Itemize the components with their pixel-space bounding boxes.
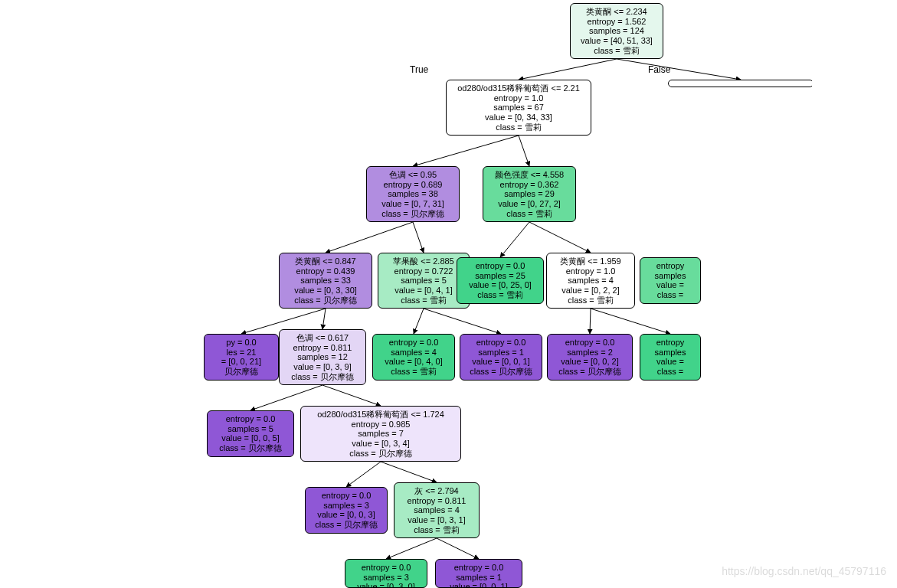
tree-node-line: class = 雪莉 (462, 290, 539, 300)
tree-node-line: entropy = 0.439 (284, 266, 367, 276)
tree-node-line: value = (645, 357, 696, 367)
tree-node-line: class = 雪莉 (378, 367, 450, 377)
tree-node-n12: entropy = 0.0samples = 2value = [0, 0, 2… (547, 334, 633, 381)
tree-node-line: class = 雪莉 (552, 296, 630, 305)
tree-node-nY: entropysamplesvalue =class = (640, 334, 701, 381)
svg-line-16 (346, 462, 381, 487)
tree-node-line: samples = 1 (440, 573, 517, 583)
tree-node-line: entropy = 0.811 (284, 343, 361, 353)
tree-node-line: entropy = 0.0 (212, 414, 289, 424)
edge-false-label: False (648, 64, 670, 75)
tree-node-line: py = 0.0 (209, 338, 273, 348)
tree-node-line: value = [0, 3, 9] (284, 362, 361, 372)
tree-node-line: entropy = 1.562 (575, 17, 658, 27)
tree-node-line: samples = 7 (306, 429, 456, 439)
tree-node-line: od280/od315稀释葡萄酒 <= 2.21 (451, 83, 586, 93)
tree-node-line: class = 贝尔摩德 (284, 296, 367, 305)
tree-node-line: 颜色强度 <= 4.558 (488, 170, 571, 180)
svg-line-4 (326, 222, 413, 253)
tree-node-n13: entropy = 0.0samples = 5value = [0, 0, 5… (207, 410, 294, 457)
tree-node-n2: 色调 <= 0.95entropy = 0.689samples = 38val… (366, 166, 460, 222)
tree-node-line: entropy = 0.0 (465, 338, 537, 348)
tree-node-line: class = 雪莉 (451, 122, 586, 132)
tree-node-n18: entropy = 0.0samples = 1value = [0, 0, 1… (435, 559, 522, 588)
tree-node-line: samples = 33 (284, 276, 367, 286)
tree-node-line: value = (645, 280, 696, 290)
tree-node-line: value = [0, 27, 2] (488, 199, 571, 209)
tree-node-line: entropy = 0.0 (462, 261, 539, 271)
tree-node-line: = [0, 0, 21] (209, 357, 273, 367)
tree-node-line: class = 贝尔摩德 (372, 209, 454, 219)
tree-node-line: value = [0, 0, 5] (212, 433, 289, 443)
tree-node-line: value = [0, 25, 0] (462, 280, 539, 290)
tree-node-line: entropy = 0.722 (383, 266, 464, 276)
tree-node-line: 类黄酮 <= 2.234 (575, 7, 658, 17)
tree-node-line: les = 21 (209, 348, 273, 358)
tree-node-line: class = 贝尔摩德 (306, 449, 456, 459)
tree-node-line: samples = 2 (552, 348, 627, 358)
tree-node-line: entropy = 0.811 (399, 496, 474, 506)
tree-node-line: entropy = 1.0 (451, 93, 586, 103)
tree-node-n5: 苹果酸 <= 2.885entropy = 0.722samples = 5va… (378, 253, 470, 309)
tree-node-line: class = 雪莉 (383, 296, 464, 305)
tree-node-line: entropy = 0.362 (488, 180, 571, 190)
tree-node-line: samples = 25 (462, 271, 539, 281)
tree-node-line: entropy = 0.0 (378, 338, 450, 348)
tree-node-nR (668, 80, 812, 87)
tree-node-line: 色调 <= 0.95 (372, 170, 454, 180)
tree-node-line: class = 贝尔摩德 (212, 443, 289, 453)
tree-node-n14: od280/od315稀释葡萄酒 <= 1.724entropy = 0.985… (300, 406, 461, 462)
svg-line-15 (322, 385, 381, 406)
tree-node-line: class = 雪莉 (399, 525, 474, 535)
tree-canvas: True False 类黄酮 <= 2.234entropy = 1.562sa… (146, 0, 812, 588)
tree-node-line: entropy = 0.0 (310, 491, 382, 501)
tree-node-line: class = 雪莉 (575, 46, 658, 56)
tree-node-line: value = [0, 34, 33] (451, 113, 586, 122)
svg-line-1 (617, 59, 741, 80)
tree-node-n16: 灰 <= 2.794entropy = 0.811samples = 4valu… (394, 482, 480, 538)
tree-node-line: value = [0, 4, 0] (378, 357, 450, 367)
tree-node-line: samples = 29 (488, 189, 571, 199)
tree-node-line: class = 贝尔摩德 (310, 520, 382, 530)
tree-node-line: entropy = 0.0 (350, 563, 422, 573)
tree-node-line: value = [0, 0, 1] (440, 582, 517, 588)
tree-node-n17: entropy = 0.0samples = 3value = [0, 3, 0… (345, 559, 427, 588)
tree-node-line: class = (645, 367, 696, 377)
tree-node-line: samples = 4 (552, 276, 630, 286)
tree-node-line: 类黄酮 <= 0.847 (284, 256, 367, 266)
tree-node-line: entropy = 0.689 (372, 180, 454, 190)
tree-node-n15: entropy = 0.0samples = 3value = [0, 0, 3… (305, 487, 388, 534)
tree-node-line: od280/od315稀释葡萄酒 <= 1.724 (306, 410, 456, 420)
tree-node-line: 色调 <= 0.617 (284, 333, 361, 343)
tree-node-line: samples = 4 (399, 505, 474, 515)
tree-node-line: value = [0, 3, 0] (350, 582, 422, 588)
tree-node-line: class = (645, 290, 696, 300)
tree-node-line: samples = 3 (310, 501, 382, 511)
tree-node-line: entropy (645, 261, 696, 271)
tree-node-line: class = 雪莉 (488, 209, 571, 219)
tree-node-line: value = [0, 7, 31] (372, 199, 454, 209)
tree-node-line: value = [0, 2, 2] (552, 286, 630, 296)
tree-node-line: samples = 5 (212, 424, 289, 434)
tree-node-line: value = [0, 3, 1] (399, 515, 474, 525)
tree-node-line: value = [0, 3, 30] (284, 286, 367, 296)
tree-node-n10: entropy = 0.0samples = 4value = [0, 4, 0… (372, 334, 455, 381)
tree-node-line: entropy = 1.0 (552, 266, 630, 276)
tree-node-line: samples = 1 (465, 348, 537, 358)
svg-line-6 (500, 222, 529, 257)
tree-node-line: value = [0, 3, 4] (306, 439, 456, 449)
tree-node-line: entropy (645, 338, 696, 348)
svg-line-12 (590, 309, 591, 334)
tree-node-line: value = [0, 0, 3] (310, 510, 382, 520)
tree-node-line: entropy = 0.985 (306, 420, 456, 430)
tree-node-line: samples = 67 (451, 103, 586, 113)
tree-node-line: samples = 12 (284, 352, 361, 362)
edge-true-label: True (410, 64, 428, 75)
svg-line-3 (519, 136, 529, 166)
tree-node-n6: entropy = 0.0samples = 25value = [0, 25,… (457, 257, 544, 304)
svg-line-13 (591, 309, 670, 334)
tree-node-line: 类黄酮 <= 1.959 (552, 256, 630, 266)
svg-line-9 (322, 309, 326, 329)
tree-node-n8: py = 0.0les = 21= [0, 0, 21]贝尔摩德 (204, 334, 279, 381)
tree-node-n1: od280/od315稀释葡萄酒 <= 2.21entropy = 1.0sam… (446, 80, 591, 136)
